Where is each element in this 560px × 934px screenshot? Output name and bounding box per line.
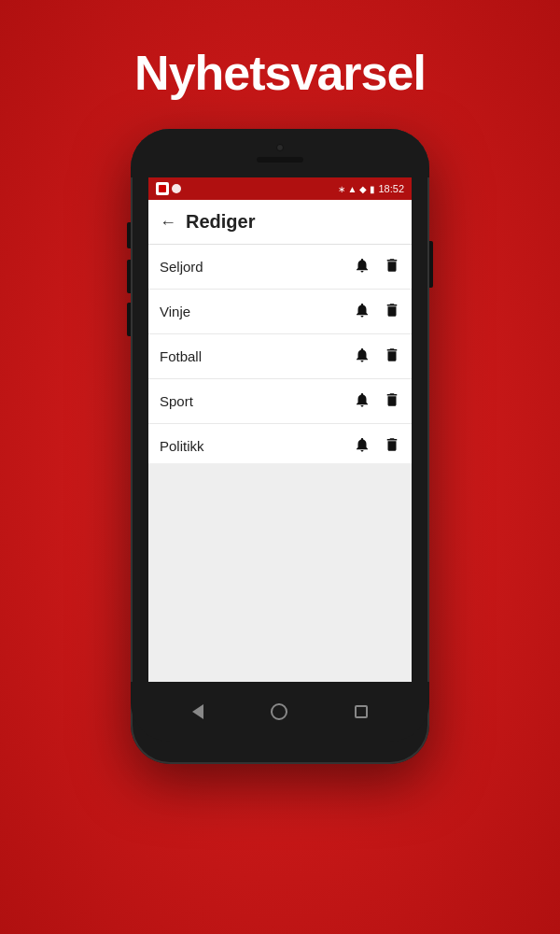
- front-camera: [276, 144, 284, 151]
- screen: ∗ ▲ ◆ ▮ 18:52 ← Rediger Seljord Vinje: [148, 177, 412, 682]
- screen-bottom-area: [148, 463, 412, 682]
- bell-icon[interactable]: [354, 257, 371, 277]
- volume-silent-button: [127, 222, 131, 248]
- status-time: 18:52: [378, 183, 404, 194]
- list-item-actions: [354, 347, 400, 367]
- battery-icon: ▮: [370, 184, 375, 194]
- power-button: [429, 241, 433, 288]
- speaker: [257, 157, 303, 163]
- status-bar: ∗ ▲ ◆ ▮ 18:52: [148, 177, 412, 200]
- list-item: Fotball: [148, 334, 412, 379]
- list-item-label: Fotball: [160, 348, 354, 364]
- bell-icon[interactable]: [354, 347, 371, 367]
- list-item-label: Vinje: [160, 304, 354, 319]
- signal-icon: ▲: [348, 184, 357, 194]
- bell-icon[interactable]: [354, 302, 371, 322]
- bell-icon[interactable]: [354, 391, 371, 412]
- phone-shell: ∗ ▲ ◆ ▮ 18:52 ← Rediger Seljord Vinje: [131, 129, 429, 764]
- list-item-label: Politikk: [160, 438, 354, 454]
- volume-down-button: [127, 303, 131, 336]
- top-bezel: [131, 129, 429, 177]
- list-item: Vinje: [148, 290, 412, 334]
- list-item-actions: [354, 391, 400, 412]
- bell-icon[interactable]: [354, 436, 371, 457]
- list-item-actions: [354, 436, 400, 457]
- wifi-icon: ◆: [359, 184, 367, 194]
- dot-icon: [172, 184, 181, 193]
- trash-icon[interactable]: [384, 257, 400, 277]
- trash-icon[interactable]: [384, 436, 400, 457]
- list-item-label: Seljord: [160, 259, 354, 275]
- notification-icon: [156, 182, 169, 195]
- list-item-actions: [354, 302, 400, 322]
- status-bar-right: ∗ ▲ ◆ ▮ 18:52: [338, 183, 404, 194]
- status-bar-left: [156, 182, 181, 195]
- nav-home-button[interactable]: [271, 703, 287, 720]
- list-item-actions: [354, 257, 400, 277]
- app-bar-title: Rediger: [186, 211, 255, 233]
- trash-icon[interactable]: [384, 302, 400, 322]
- list-item: Politikk: [148, 424, 412, 463]
- nav-back-button[interactable]: [192, 704, 203, 719]
- list-item-label: Sport: [160, 393, 354, 409]
- back-triangle-icon: [192, 704, 203, 719]
- bottom-bezel: [131, 682, 429, 742]
- home-circle-icon: [271, 703, 287, 720]
- app-bar: ← Rediger: [148, 200, 412, 245]
- list-item: Seljord: [148, 245, 412, 290]
- volume-up-button: [127, 260, 131, 293]
- trash-icon[interactable]: [384, 347, 400, 367]
- bluetooth-icon: ∗: [338, 184, 345, 194]
- page-title: Nyhetsvarsel: [134, 45, 426, 101]
- back-button[interactable]: ←: [160, 214, 176, 231]
- trash-icon[interactable]: [384, 391, 400, 412]
- list-content: Seljord Vinje Fotball Sport Politikk: [148, 245, 412, 463]
- recent-square-icon: [355, 705, 368, 718]
- nav-recent-button[interactable]: [355, 705, 368, 718]
- list-item: Sport: [148, 379, 412, 424]
